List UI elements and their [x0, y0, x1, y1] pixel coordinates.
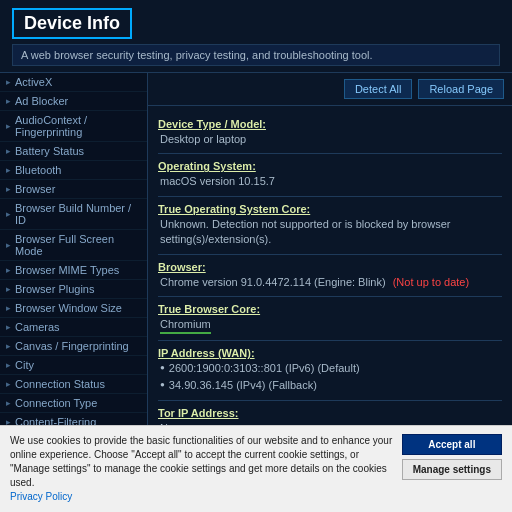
os-section: Operating System: macOS version 10.15.7: [158, 154, 502, 196]
browser-warning: (Not up to date): [393, 276, 469, 288]
browser-section: Browser: Chrome version 91.0.4472.114 (E…: [158, 255, 502, 297]
device-type-section: Device Type / Model: Desktop or laptop: [158, 112, 502, 154]
page-title: Device Info: [24, 13, 120, 33]
reload-page-button[interactable]: Reload Page: [418, 79, 504, 99]
os-label: Operating System:: [158, 160, 502, 172]
header: Device Info A web browser security testi…: [0, 0, 512, 73]
sidebar-item[interactable]: City: [0, 356, 147, 375]
cookie-text-content: We use cookies to provide the basic func…: [10, 435, 392, 488]
true-browser-section: True Browser Core: Chromium: [158, 297, 502, 341]
ip-list: 2600:1900:0:3103::801 (IPv6) (Default)34…: [158, 361, 502, 393]
ip-wan-label: IP Address (WAN):: [158, 347, 502, 359]
ip-wan-section: IP Address (WAN): 2600:1900:0:3103::801 …: [158, 341, 502, 401]
toolbar: Detect All Reload Page: [148, 73, 512, 106]
ip-item: 2600:1900:0:3103::801 (IPv6) (Default): [158, 361, 502, 376]
browser-value: Chrome version 91.0.4472.114 (Engine: Bl…: [158, 275, 502, 290]
true-browser-label: True Browser Core:: [158, 303, 502, 315]
device-type-value: Desktop or laptop: [158, 132, 502, 147]
browser-label: Browser:: [158, 261, 502, 273]
sidebar: ActiveXAd BlockerAudioContext / Fingerpr…: [0, 73, 148, 473]
accept-all-button[interactable]: Accept all: [402, 434, 502, 455]
sidebar-item[interactable]: Bluetooth: [0, 161, 147, 180]
sidebar-item[interactable]: Browser Window Size: [0, 299, 147, 318]
sidebar-item[interactable]: Browser Plugins: [0, 280, 147, 299]
sidebar-item[interactable]: Canvas / Fingerprinting: [0, 337, 147, 356]
sidebar-item[interactable]: Cameras: [0, 318, 147, 337]
sidebar-item[interactable]: Browser: [0, 180, 147, 199]
sidebar-item[interactable]: ActiveX: [0, 73, 147, 92]
cookie-banner: We use cookies to provide the basic func…: [0, 425, 512, 512]
sidebar-item[interactable]: Browser MIME Types: [0, 261, 147, 280]
os-value: macOS version 10.15.7: [158, 174, 502, 189]
sidebar-item[interactable]: AudioContext / Fingerprinting: [0, 111, 147, 142]
browser-value-text: Chrome version 91.0.4472.114 (Engine: Bl…: [160, 276, 386, 288]
privacy-policy-link[interactable]: Privacy Policy: [10, 491, 72, 502]
cookie-buttons: Accept all Manage settings: [402, 434, 502, 480]
content-area: Detect All Reload Page Device Type / Mod…: [148, 73, 512, 473]
true-os-value: Unknown. Detection not supported or is b…: [158, 217, 502, 248]
sidebar-item[interactable]: Connection Status: [0, 375, 147, 394]
sidebar-item[interactable]: Battery Status: [0, 142, 147, 161]
true-browser-value-text: Chromium: [160, 317, 211, 334]
true-os-section: True Operating System Core: Unknown. Det…: [158, 197, 502, 255]
cookie-text: We use cookies to provide the basic func…: [10, 434, 394, 504]
main-layout: ActiveXAd BlockerAudioContext / Fingerpr…: [0, 73, 512, 473]
true-os-label: True Operating System Core:: [158, 203, 502, 215]
subtitle: A web browser security testing, privacy …: [12, 44, 500, 66]
true-browser-value: Chromium: [158, 317, 502, 334]
title-box: Device Info: [12, 8, 132, 39]
device-type-label: Device Type / Model:: [158, 118, 502, 130]
info-content: Device Type / Model: Desktop or laptop O…: [148, 106, 512, 473]
sidebar-item[interactable]: Connection Type: [0, 394, 147, 413]
sidebar-item[interactable]: Browser Full Screen Mode: [0, 230, 147, 261]
manage-settings-button[interactable]: Manage settings: [402, 459, 502, 480]
detect-all-button[interactable]: Detect All: [344, 79, 412, 99]
sidebar-item[interactable]: Ad Blocker: [0, 92, 147, 111]
tor-label: Tor IP Address:: [158, 407, 502, 419]
ip-item: 34.90.36.145 (IPv4) (Fallback): [158, 378, 502, 393]
sidebar-item[interactable]: Browser Build Number / ID: [0, 199, 147, 230]
